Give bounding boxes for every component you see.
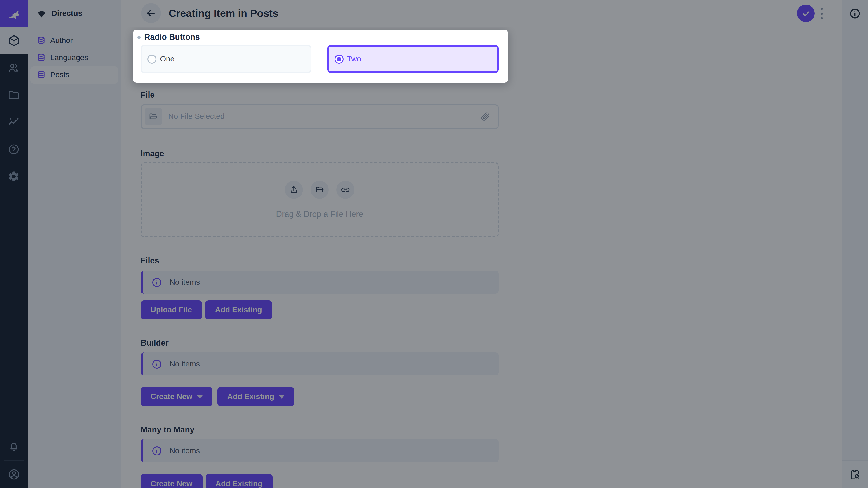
radio-selected-icon (334, 55, 343, 64)
field-label: Radio Buttons (144, 32, 200, 42)
radio-option-label: One (160, 55, 175, 64)
radio-option-one[interactable]: One (141, 45, 311, 73)
app-screen: Directus Author (0, 0, 868, 488)
radio-option-label: Two (347, 55, 361, 64)
field-label-row: Radio Buttons (137, 33, 499, 41)
radio-unselected-icon (147, 55, 156, 64)
edited-indicator-dot (137, 35, 141, 39)
radio-options-row: One Two (141, 45, 499, 73)
radio-option-two[interactable]: Two (327, 45, 499, 73)
radio-buttons-field-card: Radio Buttons One Two (133, 30, 508, 83)
